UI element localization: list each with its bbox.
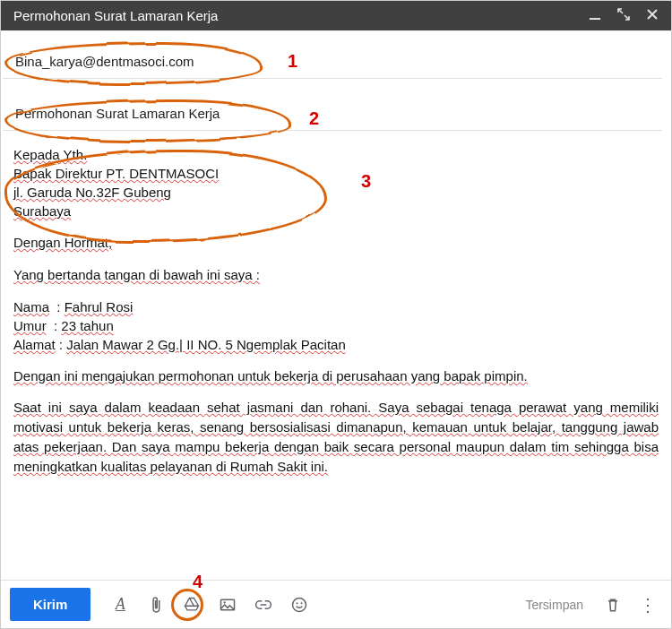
svg-point-5	[301, 602, 303, 604]
recipient-address: Kepada Yth. Bapak Direktur PT. DENTMASOC…	[13, 145, 659, 220]
saved-status: Tersimpan	[525, 598, 583, 612]
compose-toolbar: Kirim A Tersimpan ⋮	[1, 580, 671, 628]
image-icon[interactable]	[212, 590, 243, 620]
attach-icon[interactable]	[141, 590, 171, 620]
drive-icon[interactable]	[177, 590, 207, 620]
compose-window: Permohonan Surat Lamaran Kerja Bina_kary…	[0, 0, 672, 629]
window-title: Permohonan Surat Lamaran Kerja	[13, 8, 218, 23]
paragraph-1: Dengan ini mengajukan permohonan untuk b…	[13, 368, 528, 383]
addr-line: Surabaya	[13, 203, 71, 219]
subject-value: Permohonan Surat Lamaran Kerja	[15, 106, 220, 121]
close-icon[interactable]	[646, 8, 659, 23]
more-icon[interactable]: ⋮	[633, 594, 662, 616]
link-icon[interactable]	[248, 590, 279, 620]
intro-line: Yang bertanda tangan di bawah ini saya :	[13, 267, 260, 282]
minimize-icon[interactable]	[589, 8, 601, 23]
formatting-icon[interactable]: A	[105, 590, 135, 620]
subject-field[interactable]: Permohonan Surat Lamaran Kerja	[3, 97, 662, 131]
paragraph-2: Saat ini saya dalam keadaan sehat jasman…	[13, 400, 659, 473]
titlebar: Permohonan Surat Lamaran Kerja	[1, 1, 671, 30]
trash-icon[interactable]	[598, 590, 628, 620]
addr-line: jl. Garuda No.32F Gubeng	[13, 185, 171, 200]
addr-line: Bapak Direktur PT. DENTMASOCI	[13, 166, 219, 181]
svg-point-3	[293, 598, 306, 611]
window-controls	[589, 8, 659, 23]
expand-icon[interactable]	[617, 8, 630, 23]
svg-point-4	[297, 602, 298, 604]
send-button[interactable]: Kirim	[10, 588, 90, 621]
svg-point-2	[224, 601, 226, 603]
greeting: Dengan Hormat,	[13, 235, 112, 250]
body-editor[interactable]: Kepada Yth. Bapak Direktur PT. DENTMASOC…	[1, 131, 671, 580]
applicant-details: Nama : Fahrul Rosi Umur : 23 tahun Alama…	[13, 297, 659, 354]
addr-line: Kepada Yth.	[13, 147, 87, 162]
emoji-icon[interactable]	[284, 590, 314, 620]
to-value: Bina_karya@dentmasoci.com	[15, 54, 194, 69]
to-field[interactable]: Bina_karya@dentmasoci.com	[3, 45, 662, 79]
svg-rect-0	[590, 18, 600, 20]
